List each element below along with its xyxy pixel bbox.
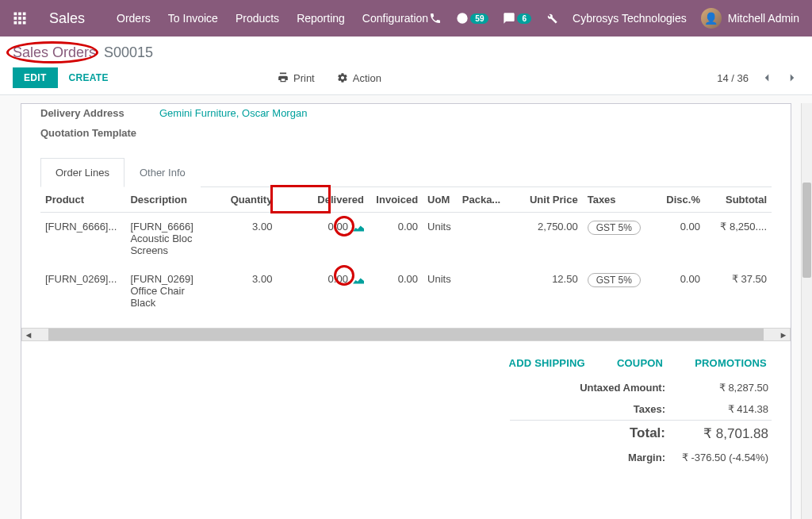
delivered-value: 0.00 xyxy=(328,273,348,285)
breadcrumb: Sales Orders S00015 xyxy=(11,44,799,61)
svg-rect-3 xyxy=(14,17,17,20)
nav-right: 59 6 Cybrosys Technologies 👤 Mitchell Ad… xyxy=(429,8,799,29)
svg-rect-6 xyxy=(14,21,17,25)
table-row[interactable]: [FURN_6666]... [FURN_6666] Acoustic Bloc… xyxy=(40,213,772,265)
tabs: Order Lines Other Info xyxy=(40,158,772,187)
taxes-value: ₹ 414.38 xyxy=(681,403,768,415)
col-disc: Disc.% xyxy=(653,187,705,213)
pager-next[interactable] xyxy=(785,71,799,85)
menu-products[interactable]: Products xyxy=(236,12,279,25)
col-unit-price: Unit Price xyxy=(508,187,582,213)
tab-order-lines[interactable]: Order Lines xyxy=(40,158,124,187)
print-icon xyxy=(278,72,289,83)
action-label: Action xyxy=(353,72,381,84)
breadcrumb-current: S00015 xyxy=(104,44,153,61)
footer-actions: ADD SHIPPING COUPON PROMOTIONS xyxy=(40,341,772,377)
col-taxes: Taxes xyxy=(583,187,653,213)
action-button[interactable]: Action xyxy=(337,72,381,84)
svg-rect-4 xyxy=(18,17,21,20)
scroll-right-icon[interactable]: ► xyxy=(777,330,790,340)
user-name: Mitchell Admin xyxy=(728,12,799,25)
tools-icon[interactable] xyxy=(546,12,558,25)
control-panel: Sales Orders S00015 EDIT CREATE Print Ac… xyxy=(0,37,812,95)
cell-uom: Units xyxy=(423,265,458,317)
svg-rect-8 xyxy=(23,21,26,25)
form-sheet: Delivery Address Gemini Furniture, Oscar… xyxy=(21,103,791,519)
menu-orders[interactable]: Orders xyxy=(117,12,151,25)
pager: 14 / 36 xyxy=(717,72,749,84)
cell-subtotal: ₹ 8,250.... xyxy=(705,213,772,265)
table-area: Product Description Quantity Delivered I… xyxy=(40,187,772,317)
svg-rect-5 xyxy=(23,17,26,20)
tax-pill[interactable]: GST 5% xyxy=(588,221,641,235)
messages-indicator[interactable]: 6 xyxy=(503,12,531,25)
promotions-button[interactable]: PROMOTIONS xyxy=(695,357,767,369)
user-menu[interactable]: 👤 Mitchell Admin xyxy=(701,8,799,29)
cell-description: [FURN_0269] Office Chair Black xyxy=(125,265,216,317)
apps-icon[interactable] xyxy=(13,11,27,25)
cell-subtotal: ₹ 37.50 xyxy=(705,265,772,317)
menu-to-invoice[interactable]: To Invoice xyxy=(168,12,218,25)
avatar: 👤 xyxy=(701,8,722,29)
gear-icon xyxy=(337,72,348,83)
col-delivered: Delivered xyxy=(277,187,368,213)
delivered-value: 0.00 xyxy=(328,221,348,233)
app-brand[interactable]: Sales xyxy=(49,10,85,27)
menu-reporting[interactable]: Reporting xyxy=(297,12,345,25)
chat-icon xyxy=(503,12,515,25)
print-label: Print xyxy=(293,72,315,84)
edit-button[interactable]: EDIT xyxy=(13,67,58,88)
table-row[interactable]: [FURN_0269]... [FURN_0269] Office Chair … xyxy=(40,265,772,317)
margin-value: ₹ -376.50 (-4.54%) xyxy=(681,452,768,463)
cell-unit-price: 2,750.00 xyxy=(508,213,582,265)
cell-product: [FURN_0269]... xyxy=(40,265,125,317)
vertical-scrollbar[interactable] xyxy=(801,103,812,519)
pager-prev[interactable] xyxy=(760,71,774,85)
forecast-icon[interactable] xyxy=(353,224,364,232)
col-invoiced: Invoiced xyxy=(369,187,423,213)
scroll-left-icon[interactable]: ◄ xyxy=(22,330,35,340)
tax-pill[interactable]: GST 5% xyxy=(588,273,641,287)
col-description: Description xyxy=(125,187,216,213)
forecast-icon[interactable] xyxy=(353,276,364,284)
cell-delivered: 0.00 xyxy=(277,213,368,265)
cell-tax: GST 5% xyxy=(583,213,653,265)
main-menu: Orders To Invoice Products Reporting Con… xyxy=(117,12,429,25)
total-value: ₹ 8,701.88 xyxy=(681,425,768,442)
activity-badge: 59 xyxy=(470,13,488,24)
horizontal-scrollbar[interactable]: ◄ ► xyxy=(21,328,791,341)
delivery-address-value[interactable]: Gemini Furniture, Oscar Morgan xyxy=(159,107,307,119)
col-subtotal: Subtotal xyxy=(705,187,772,213)
svg-rect-1 xyxy=(18,13,21,16)
tab-other-info[interactable]: Other Info xyxy=(124,158,201,187)
coupon-button[interactable]: COUPON xyxy=(617,357,663,369)
messages-badge: 6 xyxy=(517,13,531,24)
cell-description: [FURN_6666] Acoustic Bloc Screens xyxy=(125,213,216,265)
total-label: Total: xyxy=(513,425,681,442)
clock-icon xyxy=(456,12,469,25)
content-scroll[interactable]: Delivery Address Gemini Furniture, Oscar… xyxy=(0,103,812,519)
breadcrumb-root[interactable]: Sales Orders xyxy=(11,44,98,61)
scroll-thumb[interactable] xyxy=(48,329,764,340)
margin-label: Margin: xyxy=(513,452,681,463)
scroll-thumb[interactable] xyxy=(802,183,811,278)
cell-quantity: 3.00 xyxy=(217,265,278,317)
company-name[interactable]: Cybrosys Technologies xyxy=(573,12,687,25)
cell-tax: GST 5% xyxy=(583,265,653,317)
phone-icon[interactable] xyxy=(429,12,442,25)
cell-uom: Units xyxy=(423,213,458,265)
order-lines-table: Product Description Quantity Delivered I… xyxy=(40,187,772,317)
cell-quantity: 3.00 xyxy=(217,213,278,265)
delivery-address-label: Delivery Address xyxy=(40,107,151,119)
menu-configuration[interactable]: Configuration xyxy=(362,12,428,25)
top-nav: Sales Orders To Invoice Products Reporti… xyxy=(0,0,812,37)
col-product: Product xyxy=(40,187,125,213)
cell-disc: 0.00 xyxy=(653,265,705,317)
create-button[interactable]: CREATE xyxy=(69,72,109,83)
svg-rect-2 xyxy=(23,13,26,16)
cell-package xyxy=(458,265,508,317)
activity-indicator[interactable]: 59 xyxy=(456,12,488,25)
print-button[interactable]: Print xyxy=(278,72,315,84)
svg-rect-0 xyxy=(14,13,17,16)
add-shipping-button[interactable]: ADD SHIPPING xyxy=(509,357,585,369)
